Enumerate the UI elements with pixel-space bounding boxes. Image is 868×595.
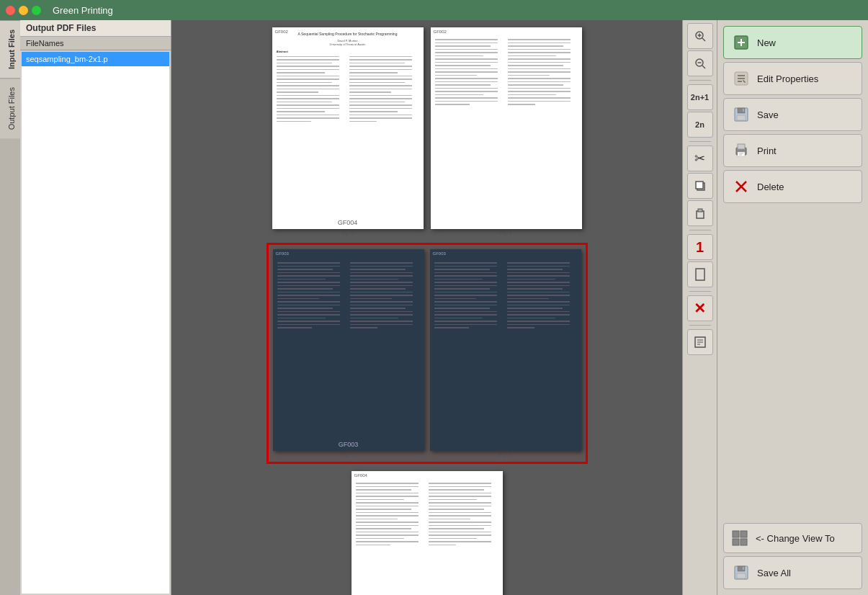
paste-button[interactable] [687,200,713,226]
delete-button[interactable]: Delete [723,170,862,203]
gf-label-2: GF003 [276,251,289,256]
toolbar-sep-1 [689,80,711,81]
page-prop-button[interactable] [687,329,713,355]
edge-tab-input-files[interactable]: Input Files [0,20,20,78]
page-3-content [430,249,581,451]
svg-rect-29 [738,152,745,156]
svg-rect-10 [698,209,702,212]
pdf-preview[interactable]: GF002 A Sequential Sampling Procedure fo… [171,20,682,595]
copy-button[interactable] [687,173,713,199]
pdf-page-0[interactable]: GF002 A Sequential Sampling Procedure fo… [272,27,424,229]
toolbar-sep-3 [689,230,711,231]
page-2-body [277,261,420,447]
toolbar-sep-5 [689,325,711,326]
edge-tab-output-files[interactable]: Output Files [0,78,20,138]
gf-label-0: GF002 [275,30,288,34]
page-3-body [434,261,577,447]
svg-rect-34 [733,531,739,537]
svg-rect-28 [738,144,745,149]
page-4-content [352,471,503,595]
page-0-label: Pg. 0 [341,231,353,236]
change-view-button[interactable]: <- Change View To [723,523,862,553]
maximize-button[interactable] [32,6,41,15]
zoom-in-icon [694,30,707,42]
gf-label-4: GF004 [354,473,367,478]
svg-rect-41 [743,567,744,570]
page-2-container: GF003 [273,249,424,457]
print-label: Print [757,146,777,156]
page-3-col-left [434,261,504,447]
page-2-col-right [350,261,420,447]
file-item[interactable]: seqsampling_bm-2x1.p [22,52,169,66]
page-0-authors: David P. MortonUniversity of Texas at Au… [277,39,419,46]
blank-page-icon [695,268,705,281]
page-1-content [431,27,582,229]
copy-icon [694,180,706,192]
gf-label-1: GF002 [434,30,447,34]
content-area: GF002 A Sequential Sampling Procedure fo… [171,20,682,595]
zoom-out-button[interactable] [687,50,713,76]
file-column-header: FileNames [20,37,171,50]
page-num-button[interactable]: 1 [687,234,713,260]
panel-header: Output PDF Files [20,20,171,37]
delete-label: Delete [757,182,784,192]
close-button[interactable] [6,6,15,15]
2n1-icon: 2n+1 [691,93,709,102]
svg-rect-35 [741,531,747,537]
save-button[interactable]: Save [723,98,862,131]
page-4-col-left [356,482,426,595]
save-icon [731,104,751,125]
remove-button[interactable]: ✕ [687,295,713,321]
svg-rect-40 [737,573,746,578]
titlebar: Green Printing [0,0,868,20]
zoom-in-button[interactable] [687,23,713,49]
page-0-col-left [277,55,346,225]
selected-group-inner: GF003 [273,249,581,457]
cut-button[interactable]: ✂ [687,146,713,171]
svg-rect-25 [737,115,746,120]
page-0-badge: GF004 [338,219,358,226]
svg-rect-26 [743,109,744,112]
new-label: New [757,37,776,48]
minimize-button[interactable] [19,6,28,15]
pdf-page-2[interactable]: GF003 [273,249,424,451]
2n-icon: 2n [695,120,704,129]
cut-icon: ✂ [694,151,705,166]
pdf-page-4[interactable]: GF004 [352,471,503,595]
edit-properties-button[interactable]: Edit Properties [723,62,862,95]
page-0-body [277,55,419,225]
page-2-content [273,249,424,451]
page-1-col-right [508,38,578,225]
2n1-button[interactable]: 2n+1 [687,84,713,110]
svg-rect-37 [741,539,747,545]
print-button[interactable]: Print [723,134,862,167]
pdf-page-1[interactable]: GF002 [431,27,582,229]
page-0-title: A Sequential Sampling Procedure for Stoc… [277,32,419,37]
page-3-label: Pg. 3 [499,452,511,457]
change-view-icon [730,528,750,548]
toolbar-sep-2 [689,141,711,142]
svg-rect-8 [696,182,703,189]
paste-icon [694,207,706,219]
preview-row-bottom: GF004 [352,471,503,595]
2n-button[interactable]: 2n [687,112,713,138]
save-all-button[interactable]: Save All [723,556,862,589]
delete-icon [731,176,751,197]
edge-tabs: Input Files Output Files [0,20,20,595]
page-0-content: A Sequential Sampling Procedure for Stoc… [272,27,424,229]
new-button[interactable]: New [723,26,862,59]
spacer [723,206,862,520]
svg-rect-36 [733,539,739,545]
file-list: seqsampling_bm-2x1.p [22,52,169,594]
page-1-label: Pg. 1 [500,231,511,236]
svg-rect-11 [696,269,704,280]
save-all-label: Save All [757,568,791,578]
svg-line-5 [702,66,705,68]
blank-page-button[interactable] [687,261,713,287]
page-3-container: GF003 [430,249,581,457]
print-icon [731,140,751,161]
pdf-page-3[interactable]: GF003 [430,249,581,451]
edit-properties-label: Edit Properties [757,73,818,84]
preview-row-top: GF002 A Sequential Sampling Procedure fo… [272,27,582,236]
save-all-icon [731,563,751,583]
